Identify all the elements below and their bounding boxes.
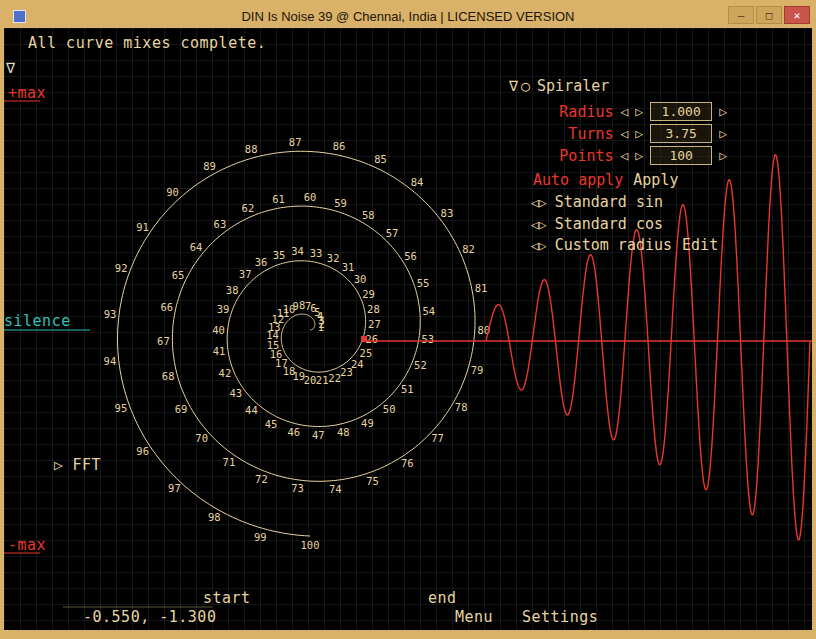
- turns-field: Turns ◁ ▷ 3.75 ▷: [568, 124, 727, 143]
- points-value[interactable]: 100: [650, 146, 712, 165]
- decrement-arrow-icon[interactable]: ◁: [621, 148, 629, 163]
- next-arrow-icon[interactable]: ▷: [539, 238, 547, 253]
- minus-max-label[interactable]: -max: [8, 536, 46, 554]
- spiral-point-label: 35: [273, 249, 286, 261]
- collapse-icon[interactable]: ∇: [509, 77, 518, 95]
- spiral-point-label: 30: [354, 273, 367, 285]
- spiral-point-label: 83: [441, 207, 454, 219]
- menu-button[interactable]: Menu: [455, 608, 493, 626]
- spiral-point-label: 51: [401, 383, 414, 395]
- spiral-point-label: 87: [289, 136, 302, 148]
- spiraler-header: ∇ ○ Spiraler: [509, 77, 609, 95]
- turns-value[interactable]: 3.75: [650, 124, 712, 143]
- spiral-point-label: 72: [255, 473, 268, 485]
- spiral-point-label: 58: [362, 209, 375, 221]
- spiral-point-label: 66: [160, 301, 173, 313]
- spiral-point-label: 81: [475, 282, 488, 294]
- decrement-arrow-icon[interactable]: ◁: [621, 126, 629, 141]
- apply-button[interactable]: Apply: [633, 171, 678, 189]
- spiral-point-label: 22: [328, 372, 341, 384]
- fft-label: FFT: [73, 456, 102, 474]
- spiral-point-label: 64: [190, 241, 203, 253]
- spiral-point-label: 28: [367, 303, 380, 315]
- maximize-button[interactable]: □: [756, 6, 782, 24]
- cursor-coordinates: -0.550, -1.300: [83, 608, 216, 626]
- spiral-point-label: 92: [115, 262, 128, 274]
- prev-arrow-icon[interactable]: ◁: [531, 238, 539, 253]
- spiral-point-label: 94: [104, 355, 117, 367]
- apply-row: Auto apply Apply: [533, 171, 678, 189]
- apply-arrow-icon[interactable]: ▷: [719, 126, 727, 141]
- spiral-point-label: 8: [299, 299, 305, 311]
- spiral-point-label: 53: [421, 333, 434, 345]
- apply-arrow-icon[interactable]: ▷: [719, 104, 727, 119]
- spiral-point-label: 49: [361, 417, 374, 429]
- apply-arrow-icon[interactable]: ▷: [719, 148, 727, 163]
- spiral-point-label: 97: [168, 482, 181, 494]
- preset-label[interactable]: Custom radius: [555, 236, 672, 254]
- spiral-point-label: 44: [245, 404, 258, 416]
- spiral-point-label: 55: [417, 277, 430, 289]
- minimize-button[interactable]: –: [728, 6, 754, 24]
- spiral-point-label: 73: [291, 482, 304, 494]
- increment-arrow-icon[interactable]: ▷: [635, 126, 643, 141]
- spiral-point-label: 48: [337, 426, 350, 438]
- end-marker-label[interactable]: end: [428, 589, 457, 607]
- close-button[interactable]: ✕: [784, 6, 810, 24]
- collapse-triangle-icon[interactable]: ∇: [6, 59, 16, 77]
- increment-arrow-icon[interactable]: ▷: [635, 104, 643, 119]
- preset-standard-sin[interactable]: ◁ ▷ Standard sin: [531, 193, 663, 211]
- spiral-point-label: 86: [333, 140, 346, 152]
- app-window: DIN Is Noise 39 @ Chennai, India | LICEN…: [0, 0, 816, 639]
- spiral-point-label: 25: [360, 347, 373, 359]
- spiral-point-label: 99: [254, 531, 267, 543]
- window-controls: – □ ✕: [728, 6, 810, 24]
- next-arrow-icon[interactable]: ▷: [539, 217, 547, 232]
- fft-toggle[interactable]: ▷ FFT: [54, 456, 101, 474]
- titlebar[interactable]: DIN Is Noise 39 @ Chennai, India | LICEN…: [4, 4, 812, 28]
- decrement-arrow-icon[interactable]: ◁: [621, 104, 629, 119]
- radius-value[interactable]: 1.000: [650, 102, 712, 121]
- spiral-point-label: 50: [383, 403, 396, 415]
- window-title: DIN Is Noise 39 @ Chennai, India | LICEN…: [4, 9, 812, 24]
- spiral-point-label: 75: [366, 475, 379, 487]
- spiral-point-label: 29: [362, 288, 375, 300]
- preset-label[interactable]: Standard cos: [555, 215, 663, 233]
- prev-arrow-icon[interactable]: ◁: [531, 217, 539, 232]
- preset-custom-radius[interactable]: ◁ ▷ Custom radius Edit: [531, 236, 718, 254]
- spiral-point-label: 98: [208, 511, 221, 523]
- preset-label[interactable]: Standard sin: [555, 193, 663, 211]
- playhead-marker: [361, 336, 367, 342]
- spiral-point-label: 69: [175, 403, 188, 415]
- spiral-point-label: 84: [411, 176, 424, 188]
- spiral-point-label: 43: [229, 387, 242, 399]
- spiral-point-label: 95: [115, 402, 128, 414]
- spiral-point-label: 91: [136, 221, 149, 233]
- spiral-point-label: 70: [195, 432, 208, 444]
- plus-max-label[interactable]: +max: [8, 84, 46, 102]
- drag-handle-icon[interactable]: ○: [521, 77, 530, 95]
- spiral-point-label: 60: [304, 191, 317, 203]
- spiral-point-label: 36: [255, 256, 268, 268]
- spiral-point-label: 71: [223, 456, 236, 468]
- prev-arrow-icon[interactable]: ◁: [531, 195, 539, 210]
- silence-label[interactable]: silence: [4, 312, 71, 330]
- spiral-point-label: 20: [304, 374, 317, 386]
- preset-standard-cos[interactable]: ◁ ▷ Standard cos: [531, 215, 663, 233]
- next-arrow-icon[interactable]: ▷: [539, 195, 547, 210]
- din-canvas[interactable]: 1234567891011121314151617181920212223242…: [4, 28, 812, 630]
- spiral-point-label: 96: [136, 445, 149, 457]
- spiral-point-label: 7: [305, 300, 311, 312]
- spiral-point-label: 67: [157, 335, 170, 347]
- spiral-point-label: 77: [431, 432, 444, 444]
- spiral-point-label: 42: [219, 367, 232, 379]
- settings-button[interactable]: Settings: [522, 608, 598, 626]
- increment-arrow-icon[interactable]: ▷: [635, 148, 643, 163]
- start-marker-label[interactable]: start: [203, 589, 251, 607]
- spiral-point-label: 85: [374, 153, 387, 165]
- auto-apply-toggle[interactable]: Auto apply: [533, 171, 623, 189]
- points-label: Points: [559, 147, 613, 165]
- edit-button[interactable]: Edit: [682, 236, 718, 254]
- spiral-point-label: 46: [287, 426, 300, 438]
- turns-label: Turns: [568, 125, 613, 143]
